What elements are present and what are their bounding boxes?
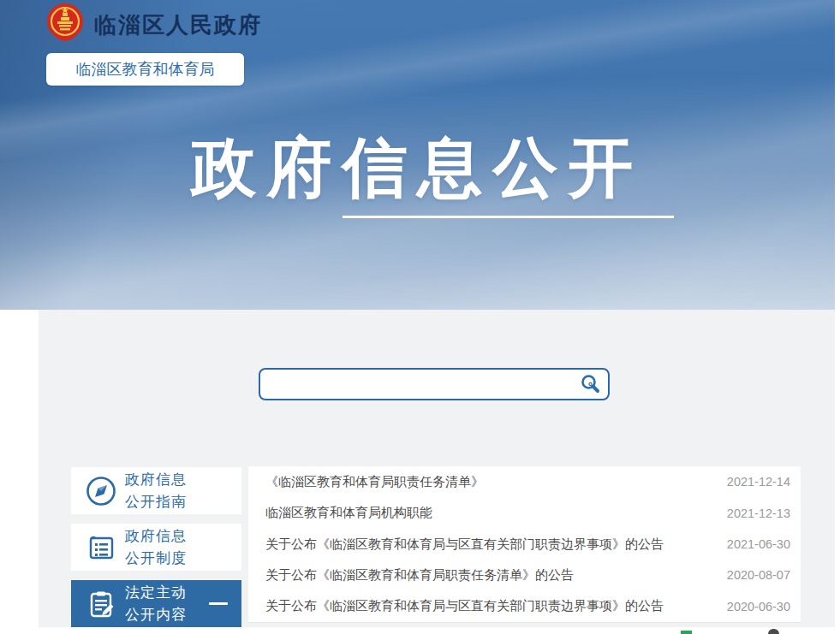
sidebar-item-public-info-system[interactable]: 政府信息 公开制度 xyxy=(71,524,241,571)
sidebar-item-statutory-disclosure[interactable]: 法定主动 公开内容 xyxy=(71,580,241,627)
article-date: 2021-12-14 xyxy=(717,475,801,489)
sidebar-item-label: 政府信息 公开指南 xyxy=(125,469,187,513)
search-box xyxy=(259,368,610,400)
site-name[interactable]: 临淄区人民政府 xyxy=(94,10,262,40)
national-emblem-icon xyxy=(45,3,86,44)
title-underline-decoration xyxy=(343,216,674,218)
article-title[interactable]: 关于公布《临淄区教育和体育局与区直有关部门职责边界事项》的公告 xyxy=(248,598,717,614)
site-logo-link[interactable]: 临淄区人民政府 xyxy=(45,0,262,44)
article-date: 2021-12-13 xyxy=(717,507,801,520)
article-row[interactable]: 《临淄区教育和体育局职责任务清单》 2021-12-14 xyxy=(248,466,801,497)
collapse-minus-icon[interactable] xyxy=(209,602,228,605)
article-title[interactable]: 《临淄区教育和体育局职责任务清单》 xyxy=(248,474,717,490)
article-row[interactable]: 关于公布《临淄区教育和体育局职责任务清单》的公告 2020-08-07 xyxy=(248,560,801,590)
content-panel: 政府信息 公开指南 政府信息 公开制度 xyxy=(39,310,835,627)
department-tab-button[interactable]: 临淄区教育和体育局 xyxy=(46,53,244,86)
article-title[interactable]: 关于公布《临淄区教育和体育局职责任务清单》的公告 xyxy=(248,567,717,584)
article-title[interactable]: 关于公布《临淄区教育和体育局与区直有关部门职责边界事项》的公告 xyxy=(248,536,717,553)
page-title: 政府信息公开 xyxy=(0,125,835,213)
search-input[interactable] xyxy=(260,370,572,399)
sidebar-item-label: 政府信息 公开制度 xyxy=(125,525,187,570)
article-row[interactable]: 关于公布《临淄区教育和体育局与区直有关部门职责边界事项》的公告 2020-06-… xyxy=(248,591,801,622)
article-list: 《临淄区教育和体育局职责任务清单》 2021-12-14 临淄区教育和体育局机构… xyxy=(248,466,801,623)
article-row[interactable]: 临淄区教育和体育局机构职能 2021-12-13 xyxy=(248,497,801,528)
clipboard-pencil-icon xyxy=(85,588,117,620)
cutoff-dark-icon-fragment xyxy=(768,629,779,634)
article-date: 2020-06-30 xyxy=(717,600,801,613)
search-button[interactable] xyxy=(572,370,608,399)
sidebar-item-label: 法定主动 公开内容 xyxy=(125,582,187,626)
article-title[interactable]: 临淄区教育和体育局机构职能 xyxy=(248,505,717,521)
compass-icon xyxy=(85,475,117,507)
document-lines-icon xyxy=(85,531,117,564)
cutoff-green-icon-fragment xyxy=(681,631,692,634)
hero-banner: 临淄区人民政府 临淄区教育和体育局 政府信息公开 xyxy=(0,0,835,310)
page-right-margin xyxy=(835,0,840,634)
article-row[interactable]: 关于公布《临淄区教育和体育局与区直有关部门职责边界事项》的公告 2021-06-… xyxy=(248,529,801,560)
sidebar-item-public-info-guide[interactable]: 政府信息 公开指南 xyxy=(71,467,241,514)
magnifier-icon xyxy=(579,373,601,395)
article-date: 2021-06-30 xyxy=(717,537,801,551)
article-date: 2020-08-07 xyxy=(717,568,801,582)
